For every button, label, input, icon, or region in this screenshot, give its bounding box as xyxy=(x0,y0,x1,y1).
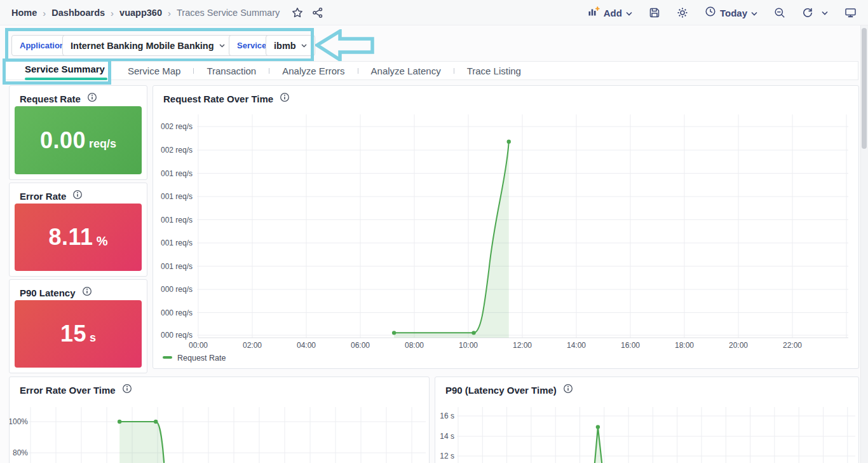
tab-analyze-errors[interactable]: Analyze Errors xyxy=(282,66,344,76)
info-icon[interactable] xyxy=(563,384,573,396)
svg-text:001 req/s: 001 req/s xyxy=(161,169,193,178)
panel-title: Request Rate Over Time xyxy=(163,93,273,104)
refresh-control xyxy=(802,7,828,18)
svg-text:001 req/s: 001 req/s xyxy=(161,192,193,201)
svg-text:00:00: 00:00 xyxy=(189,341,208,350)
svg-text:14:00: 14:00 xyxy=(567,341,586,350)
add-panel-button[interactable]: Add xyxy=(588,6,632,20)
panel-title: P90 Latency xyxy=(20,287,76,298)
svg-text:000 req/s: 000 req/s xyxy=(161,331,193,340)
star-icon[interactable] xyxy=(292,7,303,18)
refresh-icon[interactable] xyxy=(802,7,813,18)
panel-title: Request Rate xyxy=(20,93,81,104)
svg-text:000 req/s: 000 req/s xyxy=(161,285,193,294)
tab-transaction[interactable]: Transaction xyxy=(207,66,256,76)
svg-text:06:00: 06:00 xyxy=(351,341,370,350)
header-toolbar: Add xyxy=(588,0,857,25)
add-button-label: Add xyxy=(604,8,622,18)
svg-text:20:00: 20:00 xyxy=(729,341,748,350)
add-chart-icon xyxy=(588,6,600,20)
panel-title: P90 (Latency Over Time) xyxy=(445,385,557,396)
svg-text:80%: 80% xyxy=(13,448,28,457)
p90-latency-stat: 15 s xyxy=(15,300,142,368)
breadcrumb-separator: › xyxy=(168,8,171,18)
clock-icon xyxy=(705,6,716,20)
panel-title: Error Rate Over Time xyxy=(20,385,116,396)
request-rate-over-time-panel: Request Rate Over Time 002 req/s002 req/… xyxy=(153,85,859,369)
monitor-icon[interactable] xyxy=(844,7,857,18)
error-rate-stat: 8.11 % xyxy=(15,204,142,271)
header: Home › Dashboards › vuapp360 › Traces Se… xyxy=(0,0,868,25)
svg-text:000 req/s: 000 req/s xyxy=(161,308,193,317)
annotation-highlight-filters xyxy=(5,28,314,62)
svg-text:001 req/s: 001 req/s xyxy=(161,238,193,247)
chevron-down-icon xyxy=(751,7,757,18)
svg-text:04:00: 04:00 xyxy=(297,341,316,350)
breadcrumb-dashboards[interactable]: Dashboards xyxy=(51,8,105,18)
tab-separator xyxy=(193,68,194,74)
error-rate-panel: Error Rate 8.11 % xyxy=(9,183,147,277)
stat-value: 0.00 xyxy=(40,127,86,154)
svg-text:16:00: 16:00 xyxy=(621,341,640,350)
breadcrumb-separator: › xyxy=(111,8,114,18)
info-icon[interactable] xyxy=(280,92,290,105)
breadcrumb-separator: › xyxy=(43,8,46,18)
stat-value: 8.11 xyxy=(49,224,93,251)
chevron-down-icon[interactable] xyxy=(822,11,828,15)
svg-text:10:00: 10:00 xyxy=(459,341,478,350)
share-icon[interactable] xyxy=(312,7,323,18)
stat-value: 15 xyxy=(60,321,86,347)
svg-text:001 req/s: 001 req/s xyxy=(161,216,193,225)
svg-text:Request Rate: Request Rate xyxy=(177,354,226,363)
info-icon[interactable] xyxy=(122,384,132,396)
svg-text:16 s: 16 s xyxy=(440,411,454,420)
info-icon[interactable] xyxy=(72,190,83,202)
time-range-picker[interactable]: Today xyxy=(705,6,757,20)
tab-trace-listing[interactable]: Trace Listing xyxy=(467,66,521,76)
stat-unit: req/s xyxy=(89,137,116,151)
svg-text:08:00: 08:00 xyxy=(405,341,424,350)
info-icon[interactable] xyxy=(87,92,97,105)
annotation-highlight-active-tab xyxy=(3,59,111,85)
panel-title: Error Rate xyxy=(20,191,66,202)
p90-latency-panel: P90 Latency 15 s xyxy=(9,279,147,373)
gear-icon[interactable] xyxy=(677,7,688,18)
request-rate-panel: Request Rate 0.00 req/s xyxy=(9,85,147,180)
svg-text:12:00: 12:00 xyxy=(513,341,532,350)
breadcrumb-vuapp360[interactable]: vuapp360 xyxy=(119,8,162,18)
svg-text:002 req/s: 002 req/s xyxy=(161,146,193,155)
tab-analyze-latency[interactable]: Analyze Latency xyxy=(371,66,441,76)
svg-text:12 s: 12 s xyxy=(440,452,454,460)
tab-separator xyxy=(358,68,358,74)
svg-text:22:00: 22:00 xyxy=(783,341,802,350)
svg-text:18:00: 18:00 xyxy=(675,341,694,350)
svg-text:002 req/s: 002 req/s xyxy=(161,122,193,131)
vertical-scrollbar xyxy=(860,25,868,463)
request-rate-stat: 0.00 req/s xyxy=(15,106,142,174)
chevron-down-icon xyxy=(626,7,632,18)
annotation-arrow-left xyxy=(315,29,375,62)
time-range-label: Today xyxy=(720,8,747,18)
request-rate-over-time-chart[interactable]: 002 req/s002 req/s001 req/s001 req/s001 … xyxy=(153,86,858,368)
stat-unit: % xyxy=(97,234,108,249)
breadcrumb: Home › Dashboards › vuapp360 › Traces Se… xyxy=(11,0,323,25)
save-icon[interactable] xyxy=(649,7,660,18)
info-icon[interactable] xyxy=(82,286,92,299)
breadcrumb-home[interactable]: Home xyxy=(11,8,37,18)
error-rate-over-time-panel: Error Rate Over Time 100%80% xyxy=(9,377,430,463)
tab-service-map[interactable]: Service Map xyxy=(128,66,180,76)
stat-unit: s xyxy=(90,331,96,345)
breadcrumb-current-page: Traces Service Summary xyxy=(177,8,280,18)
tab-separator xyxy=(269,68,269,74)
scrollbar-thumb[interactable] xyxy=(862,28,867,149)
svg-text:02:00: 02:00 xyxy=(243,341,262,350)
svg-text:100%: 100% xyxy=(10,417,28,426)
svg-text:14 s: 14 s xyxy=(440,432,454,441)
p90-latency-over-time-panel: P90 (Latency Over Time) 16 s14 s12 s xyxy=(435,377,859,463)
tab-bar: Service Summary Service Map Transaction … xyxy=(5,61,858,80)
zoom-out-icon[interactable] xyxy=(774,7,785,18)
svg-text:001 req/s: 001 req/s xyxy=(161,262,193,271)
tab-separator xyxy=(454,68,454,74)
